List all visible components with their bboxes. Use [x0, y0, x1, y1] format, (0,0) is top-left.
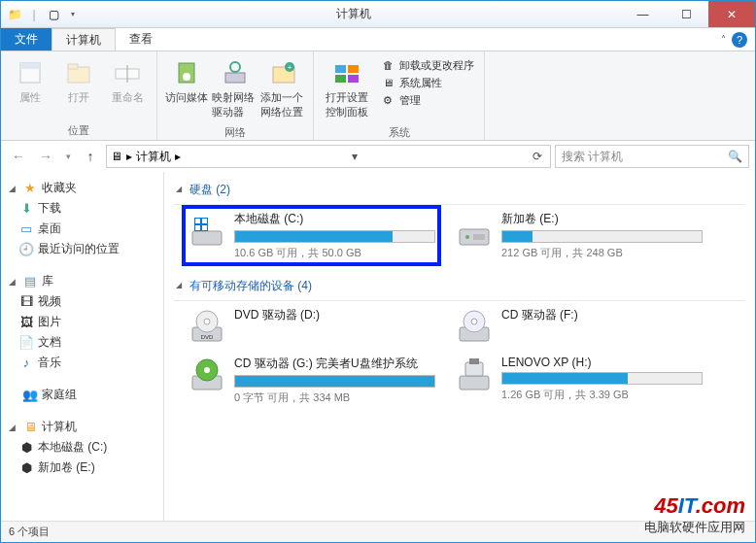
svg-rect-20 [202, 219, 207, 223]
document-icon: 📄 [18, 335, 34, 351]
tab-file[interactable]: 文件 [1, 28, 52, 51]
map-drive-icon [220, 57, 251, 88]
svg-rect-21 [195, 225, 200, 230]
properties-icon [15, 57, 46, 88]
ribbon-group-label: 位置 [1, 121, 156, 140]
settings-icon [331, 57, 362, 88]
uninstall-button[interactable]: 🗑卸载或更改程序 [380, 57, 474, 73]
section-hard-disks[interactable]: 硬盘 (2) [174, 178, 745, 202]
ribbon-group-label: 系统 [314, 123, 484, 142]
sidebar-downloads[interactable]: ⬇下载 [1, 198, 163, 219]
close-button[interactable]: ✕ [708, 1, 755, 27]
drive-stats: 212 GB 可用，共 248 GB [501, 246, 703, 260]
access-media-button[interactable]: 访问媒体 [163, 55, 210, 105]
address-sep: ▸ [126, 150, 132, 163]
drive-c[interactable]: 本地磁盘 (C:) 10.6 GB 可用，共 50.0 GB [188, 211, 435, 260]
sidebar-homegroup[interactable]: 👥家庭组 [1, 385, 163, 405]
drive-f[interactable]: CD 驱动器 (F:) [455, 307, 703, 346]
svg-point-32 [471, 319, 477, 324]
nav-back-button[interactable]: ← [7, 145, 30, 168]
nav-up-button[interactable]: ↑ [79, 145, 102, 168]
svg-rect-14 [348, 65, 359, 73]
library-icon: ▤ [22, 274, 38, 289]
sidebar-pictures[interactable]: 🖼图片 [1, 312, 163, 332]
usage-bar [234, 230, 435, 243]
sidebar-libraries[interactable]: ◢▤库 [1, 271, 163, 291]
svg-rect-13 [335, 65, 346, 73]
add-location-button[interactable]: + 添加一个网络位置 [260, 55, 307, 119]
usage-bar [501, 230, 703, 243]
tab-computer[interactable]: 计算机 [52, 28, 116, 51]
drive-e[interactable]: 新加卷 (E:) 212 GB 可用，共 248 GB [455, 211, 703, 260]
manage-button[interactable]: ⚙管理 [380, 92, 474, 108]
address-sep: ▸ [175, 150, 181, 163]
maximize-button[interactable]: ☐ [665, 1, 708, 27]
svg-point-24 [465, 235, 469, 239]
star-icon: ★ [22, 181, 38, 196]
address-bar[interactable]: 🖥 ▸ 计算机 ▸ ▾ ⟳ [106, 145, 551, 168]
title-bar: 📁 | ▢ ▾ 计算机 — ☐ ✕ [1, 1, 755, 28]
sidebar-vol-e[interactable]: ⬢新加卷 (E:) [1, 458, 163, 478]
svg-rect-38 [469, 358, 479, 364]
refresh-icon[interactable]: ⟳ [529, 150, 546, 163]
ribbon-group-system: 打开设置 控制面板 🗑卸载或更改程序 🖥系统属性 ⚙管理 系统 [314, 51, 485, 140]
drive-g[interactable]: CD 驱动器 (G:) 完美者U盘维护系统 0 字节 可用，共 334 MB [188, 356, 435, 405]
search-box[interactable]: 搜索 计算机 🔍 [555, 145, 749, 168]
nav-history-dropdown[interactable]: ▾ [61, 145, 75, 168]
sidebar-local-c[interactable]: ⬢本地磁盘 (C:) [1, 437, 163, 458]
computer-icon: 🖥 [22, 420, 38, 435]
help-icon[interactable]: ? [732, 32, 747, 48]
search-placeholder: 搜索 计算机 [562, 149, 623, 165]
sidebar-favorites[interactable]: ◢★收藏夹 [1, 178, 163, 198]
music-icon: ♪ [18, 356, 34, 371]
ribbon-tabs: 文件 计算机 查看 ˄ ? [1, 28, 755, 51]
properties-button[interactable]: 属性 [7, 55, 53, 105]
sidebar-desktop[interactable]: ▭桌面 [1, 219, 163, 239]
sidebar-computer[interactable]: ◢🖥计算机 [1, 417, 163, 437]
tab-view[interactable]: 查看 [116, 28, 166, 51]
minimize-button[interactable]: — [621, 1, 665, 27]
address-dropdown-icon[interactable]: ▾ [348, 150, 361, 163]
add-location-icon: + [268, 57, 299, 88]
svg-rect-17 [192, 231, 222, 245]
svg-point-7 [183, 73, 190, 81]
ribbon-group-location: 属性 打开 重命名 位置 [1, 51, 157, 140]
drive-name: 新加卷 (E:) [501, 211, 703, 227]
open-button[interactable]: 打开 [55, 55, 102, 105]
nav-forward-button[interactable]: → [34, 145, 57, 168]
qat-dropdown-icon[interactable]: ▾ [65, 7, 81, 22]
drive-icon [188, 211, 226, 250]
drive-stats: 10.6 GB 可用，共 50.0 GB [234, 246, 435, 260]
sidebar-music[interactable]: ♪音乐 [1, 353, 163, 373]
usage-bar [501, 372, 703, 385]
map-drive-button[interactable]: 映射网络驱动器 [212, 55, 258, 119]
svg-rect-36 [460, 376, 489, 390]
drive-icon [455, 211, 494, 250]
uninstall-icon: 🗑 [380, 57, 395, 73]
rename-button[interactable]: 重命名 [104, 55, 151, 105]
svg-rect-19 [195, 219, 200, 223]
sidebar-videos[interactable]: 🎞视频 [1, 291, 163, 312]
usage-bar [234, 375, 435, 388]
media-icon [171, 57, 202, 88]
sidebar-recent[interactable]: 🕘最近访问的位置 [1, 239, 163, 259]
svg-rect-1 [20, 63, 40, 69]
sidebar-documents[interactable]: 📄文档 [1, 332, 163, 353]
open-settings-button[interactable]: 打开设置 控制面板 [320, 55, 374, 119]
ribbon-group-label: 网络 [157, 123, 313, 142]
desktop-icon: ▭ [18, 221, 34, 237]
ribbon-group-network: 访问媒体 映射网络驱动器 + 添加一个网络位置 网络 [157, 51, 314, 140]
quick-access-toolbar: 📁 | ▢ ▾ [1, 7, 86, 22]
qat-divider: | [26, 7, 42, 22]
drive-d[interactable]: DVD DVD 驱动器 (D:) [188, 307, 435, 346]
section-removable[interactable]: 有可移动存储的设备 (4) [174, 274, 745, 298]
system-properties-button[interactable]: 🖥系统属性 [380, 75, 474, 90]
properties-qat-icon[interactable]: ▢ [46, 7, 61, 22]
svg-rect-3 [68, 64, 78, 69]
search-icon: 🔍 [728, 150, 742, 163]
drive-h[interactable]: LENOVO XP (H:) 1.26 GB 可用，共 3.39 GB [455, 356, 703, 405]
computer-icon: 🖥 [111, 150, 122, 163]
ribbon-collapse-icon[interactable]: ˄ [721, 34, 726, 45]
drive-name: DVD 驱动器 (D:) [234, 307, 435, 323]
drive-stats: 0 字节 可用，共 334 MB [234, 390, 435, 405]
